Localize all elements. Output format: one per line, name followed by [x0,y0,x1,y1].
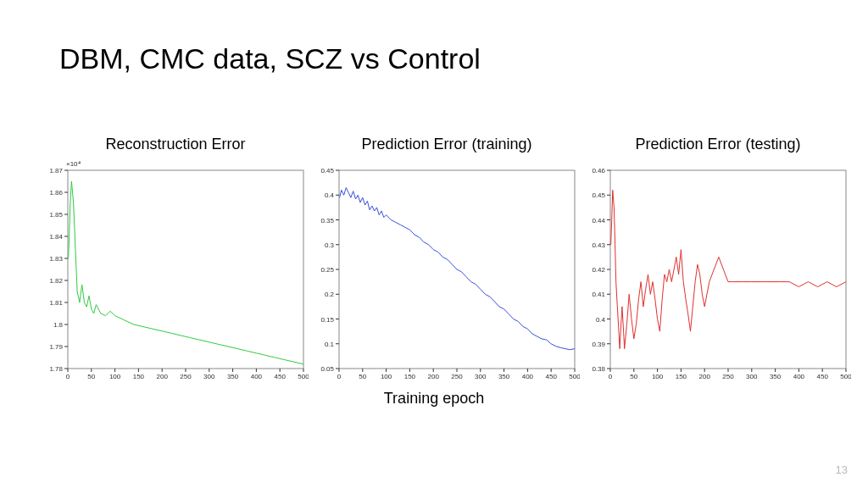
svg-text:0.1: 0.1 [325,341,335,348]
svg-text:0.46: 0.46 [592,167,605,175]
svg-text:0.4: 0.4 [596,316,606,324]
svg-text:1.78: 1.78 [49,365,63,373]
svg-text:0: 0 [337,373,342,380]
chart-title-0: Reconstruction Error [105,136,245,153]
svg-text:500: 500 [298,373,309,380]
svg-text:300: 300 [746,373,758,380]
plot-1: 0501001502002503003504004505000.050.10.1… [314,164,580,384]
svg-text:350: 350 [770,373,782,380]
charts-row: Reconstruction Error ×10⁴ 05010015020025… [42,136,851,384]
svg-text:1.83: 1.83 [49,255,63,263]
chart-pred-test: Prediction Error (testing) 0501001502002… [585,136,851,384]
svg-rect-84 [610,170,846,369]
svg-text:0.2: 0.2 [325,291,335,298]
svg-text:350: 350 [498,373,510,380]
svg-text:0.43: 0.43 [592,241,605,249]
svg-rect-0 [68,170,303,369]
y-exponent-0: ×10⁴ [66,160,81,168]
svg-text:0.41: 0.41 [592,291,605,298]
svg-text:1.86: 1.86 [49,189,63,197]
svg-text:250: 250 [722,373,734,380]
svg-text:400: 400 [793,373,805,380]
slide-title: DBM, CMC data, SCZ vs Control [59,42,481,75]
svg-text:250: 250 [451,373,463,380]
svg-text:1.81: 1.81 [49,299,63,307]
svg-text:150: 150 [133,373,145,380]
svg-text:300: 300 [475,373,487,380]
svg-text:0.38: 0.38 [592,365,605,373]
page-number: 13 [836,463,848,476]
svg-text:0.45: 0.45 [320,167,334,175]
svg-text:50: 50 [87,373,95,380]
svg-text:200: 200 [699,373,711,380]
svg-text:300: 300 [203,373,215,380]
svg-text:0: 0 [66,373,70,380]
svg-text:0.42: 0.42 [592,266,605,274]
svg-text:450: 450 [546,373,558,380]
svg-text:1.85: 1.85 [49,211,63,219]
plot-2: 0501001502002503003504004505000.380.390.… [585,164,851,384]
svg-text:0.44: 0.44 [592,217,605,225]
svg-text:0.4: 0.4 [325,191,335,199]
svg-text:0.15: 0.15 [320,316,334,324]
svg-text:0.25: 0.25 [320,266,334,274]
svg-text:500: 500 [569,373,580,380]
svg-text:150: 150 [676,373,687,380]
chart-pred-train: Prediction Error (training) 050100150200… [314,136,580,384]
svg-text:0.39: 0.39 [592,341,605,348]
chart-title-2: Prediction Error (testing) [635,136,800,153]
svg-text:100: 100 [381,373,392,380]
svg-text:1.8: 1.8 [53,321,64,329]
svg-text:0.05: 0.05 [320,365,334,373]
chart-title-1: Prediction Error (training) [361,136,531,153]
svg-text:1.87: 1.87 [49,167,63,175]
svg-text:200: 200 [428,373,440,380]
svg-text:100: 100 [109,373,121,380]
svg-text:0.35: 0.35 [320,217,334,225]
svg-text:1.84: 1.84 [49,233,63,241]
svg-text:0: 0 [609,373,613,380]
svg-text:100: 100 [652,373,664,380]
svg-text:450: 450 [817,373,829,380]
svg-text:0.3: 0.3 [325,241,335,249]
svg-text:0.45: 0.45 [592,191,605,199]
chart-reconstruction: Reconstruction Error ×10⁴ 05010015020025… [42,136,309,384]
plot-0: 0501001502002503003504004505001.781.791.… [42,164,309,384]
svg-text:1.82: 1.82 [49,277,63,285]
svg-text:1.79: 1.79 [49,343,63,351]
svg-text:200: 200 [157,373,169,380]
svg-text:250: 250 [180,373,192,380]
svg-text:450: 450 [275,373,287,380]
svg-text:400: 400 [522,373,534,380]
svg-text:50: 50 [630,373,637,380]
shared-x-label: Training epoch [0,390,868,408]
svg-text:500: 500 [840,373,851,380]
svg-text:400: 400 [251,373,263,380]
svg-text:50: 50 [359,373,366,380]
svg-text:150: 150 [404,373,416,380]
svg-text:350: 350 [227,373,239,380]
